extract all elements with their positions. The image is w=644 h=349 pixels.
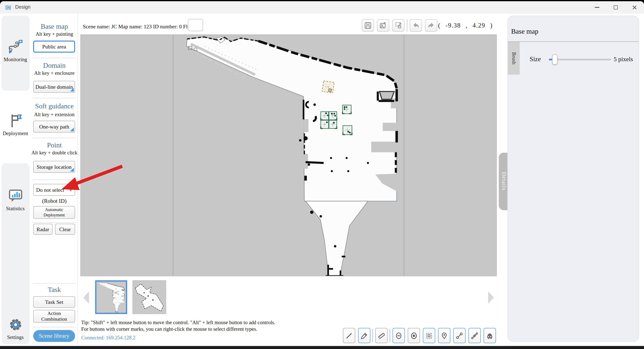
sidebar-item-monitoring[interactable]: Monitoring xyxy=(0,38,31,63)
save-icon xyxy=(364,21,372,30)
gear-icon xyxy=(7,316,24,333)
multi-path-icon xyxy=(470,331,479,339)
clear-button[interactable]: Clear xyxy=(55,224,75,235)
rotate-map-button[interactable] xyxy=(392,19,404,32)
brush-tab[interactable]: Brush xyxy=(508,42,520,75)
minimize-button[interactable] xyxy=(588,1,606,14)
maximize-button[interactable] xyxy=(606,1,625,14)
divider xyxy=(32,98,76,99)
section-heading-task: Task xyxy=(31,286,78,294)
scene-library-button[interactable]: Scene library xyxy=(33,330,75,342)
tip-line-1: Tip: "Shift" + left mouse button to move… xyxy=(81,320,275,326)
line-icon xyxy=(345,331,353,339)
storage-location-button[interactable]: Storage location xyxy=(33,161,75,173)
brush-tab-label: Brush xyxy=(511,52,517,65)
section-heading-base-map: Base map xyxy=(31,23,78,31)
minimize-icon xyxy=(594,7,599,8)
tip-line-2: For buttons with corner marks, you can r… xyxy=(81,326,257,332)
robot-id-select[interactable]: Do not select ▼ xyxy=(33,184,75,196)
link-path-tool-button[interactable] xyxy=(453,328,466,343)
toolbar-separator xyxy=(372,329,373,342)
undo-button[interactable] xyxy=(410,19,422,32)
statistics-chart-icon xyxy=(7,187,24,204)
export-image-button[interactable] xyxy=(377,19,389,32)
ruler-tool-button[interactable] xyxy=(375,328,388,343)
tools-panel: Base map Alt key + painting Public area … xyxy=(31,14,78,346)
selection-tool-button[interactable] xyxy=(423,328,435,343)
brush-size-slider[interactable] xyxy=(549,59,611,60)
robot-tool-button[interactable] xyxy=(484,328,496,343)
button-label: Dual-line domain xyxy=(36,84,73,90)
eraser-icon xyxy=(394,331,403,339)
divider xyxy=(32,327,76,327)
toolbar-separator xyxy=(390,329,390,342)
section-hint: Alt key + enclosure xyxy=(31,70,78,76)
button-label: Storage location xyxy=(37,164,72,170)
undo-icon xyxy=(412,21,420,30)
robot-icon xyxy=(486,331,494,339)
button-label: One-way path xyxy=(39,123,69,130)
section-hint: Alt key + extension xyxy=(31,112,78,118)
close-icon: ✕ xyxy=(632,4,638,11)
rotate-map-icon xyxy=(394,21,402,30)
sidebar-item-label: Settings xyxy=(0,334,31,340)
map-thumbnail-2[interactable] xyxy=(132,280,166,314)
screen-bottom-edge xyxy=(0,346,644,349)
export-image-icon xyxy=(379,21,387,30)
thumbnail-next-arrow[interactable] xyxy=(488,291,494,304)
section-hint: Alt key + double click xyxy=(31,150,78,156)
redo-button[interactable] xyxy=(425,19,437,32)
public-area-button[interactable]: Public area xyxy=(33,41,75,53)
section-heading-point: Point xyxy=(31,141,78,149)
scene-info-text: Scene name: JC Map name: 123 ID number: … xyxy=(83,24,196,30)
map-thumbnail-selected[interactable] xyxy=(95,280,127,314)
toolbar-separator xyxy=(407,19,407,32)
section-heading-soft-guidance: Soft guidance xyxy=(31,102,78,110)
thumbnail-prev-arrow[interactable] xyxy=(83,291,89,304)
location-pin-icon xyxy=(440,331,448,339)
floor-input[interactable] xyxy=(188,19,203,31)
map-thumbnail-2-image xyxy=(133,281,166,314)
properties-panel-title: Base map xyxy=(511,28,538,36)
nav-rail: Monitoring Deployment xyxy=(0,14,31,346)
line-tool-button[interactable] xyxy=(343,328,355,343)
divider xyxy=(32,283,76,284)
map-canvas[interactable] xyxy=(81,35,496,276)
sidebar-item-label: Deployment xyxy=(0,131,31,137)
eraser-tool-button[interactable] xyxy=(392,328,405,343)
title-bar[interactable]: Design ✕ xyxy=(0,1,644,14)
link-path-icon xyxy=(455,331,464,339)
sidebar-item-settings[interactable]: Settings xyxy=(0,316,31,341)
dual-line-domain-button[interactable]: Dual-line domain xyxy=(33,81,75,93)
automatic-deployment-button[interactable]: Automatic Deployment xyxy=(33,206,75,219)
app-logo-icon xyxy=(5,4,12,11)
properties-panel: Base map Brush Size 5 pixels xyxy=(507,16,639,342)
slider-handle[interactable] xyxy=(552,54,558,65)
divider xyxy=(32,179,76,180)
app-body: Monitoring Deployment xyxy=(0,14,644,346)
task-set-button[interactable]: Task Set xyxy=(33,296,75,308)
pencil-tool-button[interactable] xyxy=(358,328,370,343)
one-way-path-button[interactable]: One-way path xyxy=(33,121,75,133)
divider xyxy=(32,222,76,223)
sidebar-item-deployment[interactable]: Deployment xyxy=(0,112,31,137)
stop-tool-button[interactable] xyxy=(408,328,420,343)
robot-id-select-value: Do not select xyxy=(36,187,64,193)
redo-icon xyxy=(427,21,435,30)
sidebar-item-label: Monitoring xyxy=(0,57,31,63)
section-hint: Alt key + painting xyxy=(31,31,78,37)
save-map-button[interactable] xyxy=(362,19,374,32)
action-combination-button[interactable]: Action Combination xyxy=(33,310,75,323)
ruler-icon xyxy=(377,331,386,339)
occupancy-map xyxy=(81,35,496,276)
divider xyxy=(32,58,76,58)
radar-button[interactable]: Radar xyxy=(33,224,52,235)
monitoring-route-icon xyxy=(7,38,24,56)
divider xyxy=(32,138,76,138)
location-tool-button[interactable] xyxy=(438,328,450,343)
close-button[interactable]: ✕ xyxy=(625,1,644,14)
connection-status: Connected: 169.254.128.2 xyxy=(81,335,136,341)
multi-path-tool-button[interactable] xyxy=(468,328,481,343)
map-thumbnail-1-image xyxy=(96,282,126,313)
sidebar-item-statistics[interactable]: Statistics xyxy=(0,187,31,212)
